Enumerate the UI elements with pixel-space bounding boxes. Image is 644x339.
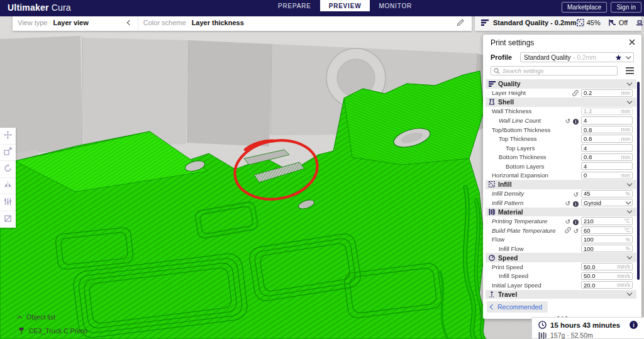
settings-section-travel[interactable]: Travel [486, 290, 636, 299]
setting-dropdown-infill-pattern[interactable]: Gyroid [581, 199, 633, 206]
object-list-toggle[interactable]: Object list [18, 313, 87, 321]
setting-row-wall-line-count: Wall Line Count↺i4 [486, 116, 636, 125]
settings-section-speed[interactable]: Speed [486, 253, 636, 262]
setting-label: Infill Density [486, 190, 524, 197]
section-label: Shell [498, 98, 514, 106]
link-icon[interactable] [572, 90, 579, 96]
setting-label: Top Layers [486, 145, 535, 152]
setting-row-wall-thickness: Wall Thickness1.2mm [486, 107, 636, 116]
setting-input-infill-speed[interactable]: 50.0mm/s [581, 272, 633, 280]
settings-scrollbar[interactable] [637, 82, 640, 280]
setting-row-infill-density: Infill Density↺45% [486, 189, 636, 199]
view-type-value[interactable]: Layer view [53, 19, 89, 26]
summary-adhesion: Off [636, 19, 644, 26]
quality-icon [486, 81, 498, 87]
setting-input-wall-thickness[interactable]: 1.2mm [581, 108, 633, 115]
material-spool-icon [538, 332, 547, 339]
tool-mirror-button[interactable] [0, 178, 16, 195]
collapse-view-chevron-icon[interactable] [127, 19, 132, 25]
tool-scale-button[interactable] [0, 145, 16, 162]
setting-input-horizontal-expansion[interactable]: 0mm [581, 172, 633, 179]
tool-rotate-button[interactable] [0, 161, 16, 178]
chevron-up-icon [17, 315, 22, 320]
setting-input-top-layers[interactable]: 4 [581, 144, 633, 152]
setting-input-initial-layer-speed[interactable]: 20.0mm/s [581, 281, 633, 289]
object-list-label: Object list [26, 313, 55, 321]
close-icon[interactable] [628, 38, 636, 47]
material-estimate: 157g · 52.50m [550, 331, 593, 339]
tab-prepare[interactable]: PREPARE [269, 0, 320, 11]
setting-input-print-speed[interactable]: 50.0mm/s [581, 263, 633, 270]
print-settings-summary[interactable]: Standard Quality - 0.2mm 45% Off Off [475, 14, 641, 31]
chevron-down-icon [626, 199, 631, 204]
setting-label: Bottom Layers [486, 163, 544, 170]
signin-button[interactable]: Sign in [611, 2, 641, 13]
logo-ultimaker: Ultimaker [8, 3, 49, 13]
setting-input-build-plate-temperature[interactable]: 60°C [581, 226, 633, 234]
setting-input-bottom-thickness[interactable]: 0.8mm [581, 153, 633, 161]
star-icon[interactable] [615, 54, 622, 61]
link-icon[interactable] [565, 227, 571, 233]
setting-label: Top Thickness [486, 135, 537, 142]
edit-view-pencil-icon[interactable] [457, 19, 464, 26]
search-settings-input[interactable] [502, 67, 614, 74]
setting-label: Wall Thickness [486, 108, 531, 114]
object-name: CE3_Truck C Primo [29, 327, 87, 335]
setting-label: Initial Layer Speed [486, 282, 541, 289]
chevron-down-icon [627, 291, 632, 296]
settings-section-material[interactable]: Material [486, 208, 636, 217]
shell-icon [486, 99, 498, 105]
infill-icon [577, 19, 584, 26]
settings-list: QualityLayer Height0.2mmShellWall Thickn… [486, 79, 636, 299]
setting-input-infill-flow[interactable]: 100% [581, 245, 633, 252]
setting-label: Bottom Thickness [486, 153, 546, 160]
settings-menu-icon[interactable] [626, 67, 634, 74]
search-icon [494, 68, 500, 74]
setting-label: Flow [486, 236, 504, 243]
summary-support: Off [609, 19, 628, 26]
print-settings-panel: Print settings Profile Standard Quality … [483, 35, 641, 319]
setting-input-printing-temperature[interactable]: 210°C [581, 217, 633, 225]
panel-title: Print settings [491, 38, 534, 47]
tool-per-model-settings-button[interactable] [0, 194, 16, 211]
profile-dropdown[interactable]: Standard Quality - 0.2mm [520, 52, 634, 62]
setting-input-infill-density[interactable]: 45% [581, 190, 633, 197]
clock-icon [538, 321, 547, 329]
setting-label: Top/Bottom Thickness [486, 126, 550, 133]
setting-input-layer-height[interactable]: 0.2mm [581, 89, 633, 97]
recommended-mode-button[interactable]: Recommended [487, 301, 548, 313]
setting-row-layer-height: Layer Height0.2mm [486, 89, 636, 98]
travel-icon [486, 291, 498, 297]
app-header: Ultimaker Cura PREPARE PREVIEW MONITOR M… [0, 0, 644, 16]
setting-label: Build Plate Temperature [486, 227, 556, 234]
settings-section-quality[interactable]: Quality [486, 79, 636, 89]
setting-label: Horizontal Expansion [486, 172, 548, 179]
object-list-item[interactable]: CE3_Truck C Primo [18, 327, 87, 335]
setting-input-bottom-layers[interactable]: 4 [581, 162, 633, 170]
setting-input-flow[interactable]: 100% [581, 235, 633, 243]
support-icon [609, 19, 616, 26]
summary-infill: 45% [577, 19, 601, 26]
setting-row-initial-layer-speed: Initial Layer Speed20.0mm/s [486, 281, 636, 290]
setting-input-wall-line-count[interactable]: 4 [581, 116, 633, 124]
tab-preview[interactable]: PREVIEW [320, 0, 370, 11]
info-icon[interactable]: i [630, 321, 638, 329]
setting-row-flow: Flow100% [486, 235, 636, 244]
profile-layers-icon [481, 19, 489, 26]
toolbar-divider [138, 14, 138, 31]
marketplace-button[interactable]: Marketplace [562, 2, 607, 13]
cura-window: { "header": { "logo_bold": "Ultimaker", … [0, 0, 644, 339]
settings-section-shell[interactable]: Shell [486, 97, 636, 107]
section-label: Material [498, 208, 523, 216]
settings-section-infill[interactable]: Infill [486, 180, 636, 189]
setting-input-top-bottom-thickness[interactable]: 0.8mm [581, 126, 633, 133]
speed-icon [486, 255, 498, 261]
tab-monitor[interactable]: MONITOR [370, 0, 421, 11]
color-scheme-value[interactable]: Layer thickness [192, 19, 244, 26]
setting-input-top-thickness[interactable]: 0.8mm [581, 135, 633, 142]
view-type-label: View type [18, 19, 48, 26]
tool-move-button[interactable] [0, 128, 16, 145]
profile-dropdown-value: Standard Quality [524, 54, 571, 61]
tool-support-blocker-button[interactable] [0, 211, 16, 228]
chevron-down-icon [627, 254, 632, 259]
